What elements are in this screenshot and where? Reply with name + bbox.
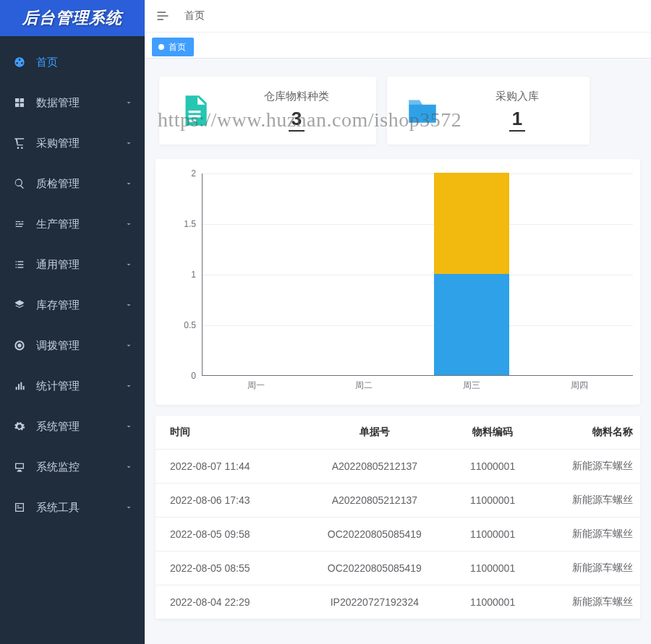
- table-header: 物料名称: [535, 416, 640, 450]
- file-icon: [174, 90, 216, 132]
- tab-label: 首页: [169, 38, 186, 56]
- stat-cards: 仓库物料种类3采购入库1: [156, 69, 640, 148]
- sidebar-item-10[interactable]: 系统监控: [0, 447, 145, 487]
- chart-panel: 00.511.52 周一周二周三周四: [156, 159, 640, 405]
- chevron-down-icon: [124, 463, 133, 471]
- sidebar-item-9[interactable]: 系统管理: [0, 406, 145, 447]
- table-cell: 11000001: [451, 484, 535, 518]
- sidebar-item-6[interactable]: 库存管理: [0, 285, 145, 325]
- chevron-down-icon: [124, 341, 133, 350]
- bar-slot: [525, 173, 633, 375]
- card-value: 3: [289, 108, 305, 132]
- table-cell: 新能源车螺丝: [535, 484, 640, 518]
- stat-card-1: 采购入库1: [387, 77, 590, 145]
- sidebar-item-label: 首页: [36, 56, 58, 69]
- dashboard-icon: [13, 56, 26, 69]
- tools-icon: [13, 501, 26, 514]
- card-title: 采购入库: [459, 90, 575, 103]
- table-cell: OC20220805085419: [298, 518, 451, 551]
- tab-active-dot-icon: [158, 44, 164, 50]
- card-title: 仓库物料种类: [231, 90, 362, 103]
- sidebar-item-4[interactable]: 生产管理: [0, 204, 145, 244]
- table-cell: 新能源车螺丝: [535, 450, 640, 484]
- sidebar-item-label: 统计管理: [36, 379, 80, 393]
- bar-segment: [434, 173, 509, 274]
- main: 首页 首页 仓库物料种类3采购入库1 00.511.52 周一周二周三周四 时间…: [145, 0, 651, 644]
- records-table: 时间单据号物料编码物料名称 2022-08-07 11:44A202208052…: [156, 416, 640, 619]
- table-cell: IP20220727192324: [298, 585, 451, 619]
- sidebar-item-2[interactable]: 采购管理: [0, 123, 145, 163]
- search-icon: [13, 177, 26, 190]
- table-cell: A20220805212137: [298, 450, 451, 484]
- x-label: 周二: [310, 379, 417, 392]
- y-tick: 1.5: [184, 219, 196, 229]
- sidebar-item-3[interactable]: 质检管理: [0, 163, 145, 204]
- layers-icon: [13, 299, 26, 312]
- table-cell: 11000001: [451, 551, 535, 585]
- sidebar-menu: 首页数据管理采购管理质检管理生产管理通用管理库存管理调拨管理统计管理系统管理系统…: [0, 36, 145, 528]
- chevron-down-icon: [124, 220, 133, 228]
- table: 时间单据号物料编码物料名称 2022-08-07 11:44A202208052…: [156, 416, 640, 619]
- sidebar-item-8[interactable]: 统计管理: [0, 366, 145, 406]
- table-header: 单据号: [298, 416, 451, 450]
- sidebar-item-0[interactable]: 首页: [0, 42, 145, 82]
- y-tick: 2: [191, 168, 196, 179]
- card-value: 1: [509, 108, 525, 132]
- sidebar-item-5[interactable]: 通用管理: [0, 244, 145, 285]
- chevron-down-icon: [124, 139, 133, 147]
- table-cell: 2022-08-04 22:29: [156, 585, 298, 619]
- table-cell: 2022-08-07 11:44: [156, 450, 298, 484]
- grid-icon: [13, 96, 26, 109]
- bar-slot: [418, 173, 526, 375]
- table-cell: OC20220805085419: [298, 551, 451, 585]
- sidebar-item-label: 数据管理: [36, 96, 80, 110]
- weekly-bar-chart: 00.511.52 周一周二周三周四: [170, 173, 633, 398]
- y-tick: 1: [191, 270, 196, 280]
- table-header: 物料编码: [451, 416, 535, 450]
- chevron-down-icon: [124, 260, 133, 269]
- y-tick: 0.5: [184, 320, 196, 330]
- x-axis-labels: 周一周二周三周四: [202, 379, 633, 392]
- bars-icon: [13, 379, 26, 392]
- bars: [203, 173, 633, 375]
- table-row[interactable]: 2022-08-04 22:29IP2022072719232411000001…: [156, 585, 640, 619]
- sidebar-item-label: 调拨管理: [36, 339, 80, 353]
- logo: 后台管理系统: [0, 0, 145, 36]
- table-cell: 新能源车螺丝: [535, 585, 640, 619]
- tab-home[interactable]: 首页: [152, 38, 194, 56]
- x-label: 周三: [417, 379, 525, 392]
- sidebar-item-11[interactable]: 系统工具: [0, 487, 145, 528]
- chevron-down-icon: [124, 301, 133, 309]
- stat-card-0: 仓库物料种类3: [159, 77, 376, 145]
- bar-slot: [203, 173, 310, 375]
- hamburger-icon[interactable]: [156, 9, 170, 23]
- breadcrumb: 首页: [184, 9, 205, 22]
- table-cell: A20220805212137: [298, 484, 451, 518]
- folder-icon: [401, 90, 443, 132]
- sidebar-item-7[interactable]: 调拨管理: [0, 325, 145, 366]
- table-header: 时间: [156, 416, 298, 450]
- table-cell: 2022-08-06 17:43: [156, 484, 298, 518]
- sidebar-item-label: 通用管理: [36, 258, 80, 272]
- x-label: 周一: [202, 379, 310, 392]
- sidebar-item-label: 质检管理: [36, 177, 80, 191]
- bar-stack: [434, 173, 509, 375]
- sidebar-item-label: 系统监控: [36, 460, 80, 474]
- table-cell: 11000001: [451, 450, 535, 484]
- sidebar-item-1[interactable]: 数据管理: [0, 82, 145, 123]
- table-row[interactable]: 2022-08-07 11:44A2022080521213711000001新…: [156, 450, 640, 484]
- sidebar: 后台管理系统 首页数据管理采购管理质检管理生产管理通用管理库存管理调拨管理统计管…: [0, 0, 145, 644]
- table-row[interactable]: 2022-08-05 09:58OC2022080508541911000001…: [156, 518, 640, 551]
- chevron-down-icon: [124, 422, 133, 431]
- chevron-down-icon: [124, 503, 133, 512]
- table-body: 2022-08-07 11:44A2022080521213711000001新…: [156, 450, 640, 619]
- y-axis: 00.511.52: [170, 173, 202, 376]
- sidebar-item-label: 系统工具: [36, 501, 80, 515]
- monitor-icon: [13, 460, 26, 473]
- table-row[interactable]: 2022-08-06 17:43A2022080521213711000001新…: [156, 484, 640, 518]
- table-cell: 新能源车螺丝: [535, 551, 640, 585]
- table-row[interactable]: 2022-08-05 08:55OC2022080508541911000001…: [156, 551, 640, 585]
- cart-icon: [13, 137, 26, 150]
- sidebar-item-label: 系统管理: [36, 420, 80, 434]
- sidebar-item-label: 生产管理: [36, 218, 80, 231]
